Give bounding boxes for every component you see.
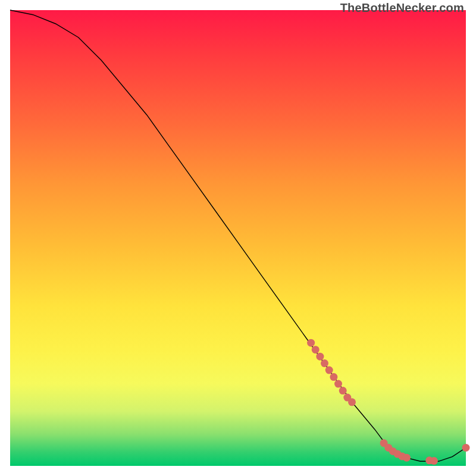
highlight-point bbox=[430, 457, 438, 465]
highlight-point bbox=[330, 373, 337, 381]
watermark-text: TheBottleNecker.com bbox=[340, 1, 464, 15]
highlight-point bbox=[334, 380, 342, 388]
plot-area bbox=[10, 10, 466, 466]
highlight-point bbox=[321, 359, 328, 367]
highlight-point bbox=[307, 339, 315, 347]
curve-svg bbox=[10, 10, 466, 466]
highlight-point bbox=[325, 367, 333, 374]
highlight-point bbox=[312, 346, 320, 353]
scatter-group bbox=[307, 339, 469, 465]
highlight-point bbox=[348, 398, 356, 406]
bottleneck-curve bbox=[10, 10, 466, 461]
highlight-point bbox=[339, 387, 347, 394]
highlight-point bbox=[462, 444, 470, 452]
chart-container: TheBottleNecker.com bbox=[0, 0, 476, 476]
highlight-point bbox=[403, 454, 411, 462]
highlight-point bbox=[316, 353, 324, 361]
